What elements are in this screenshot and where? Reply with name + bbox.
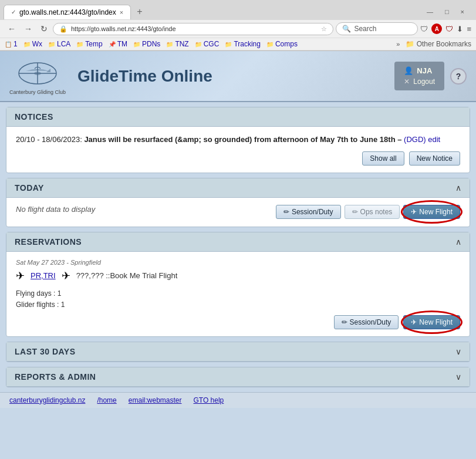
new-notice-button[interactable]: New Notice bbox=[409, 151, 460, 166]
bookmark-label: 1 bbox=[13, 40, 18, 48]
bookmark-tm[interactable]: 📌 TM bbox=[109, 40, 127, 48]
help-button[interactable]: ? bbox=[450, 68, 467, 85]
nav-bar: ← → ↻ 🔒 https://gto.walls.net.nz:4443/gt… bbox=[0, 20, 476, 38]
new-tab-button[interactable]: + bbox=[131, 4, 148, 20]
app-footer: canterburyglidingclub.nz /home email:web… bbox=[0, 392, 476, 408]
url-bar[interactable]: 🔒 https://gto.walls.net.nz:4443/gto/inde… bbox=[53, 23, 333, 35]
aircraft-icon: ✈ bbox=[16, 269, 25, 282]
reports-title: REPORTS & ADMIN bbox=[15, 372, 96, 382]
bookmark-label: Tracking bbox=[234, 40, 261, 48]
bookmark-1[interactable]: 📋 1 bbox=[5, 40, 18, 48]
window-controls: — □ × bbox=[418, 5, 472, 19]
close-icon: ✕ bbox=[404, 77, 410, 86]
forward-button[interactable]: → bbox=[21, 22, 35, 35]
bookmark-tracking[interactable]: 📁 Tracking bbox=[225, 40, 261, 48]
search-label: Search bbox=[354, 25, 376, 33]
bookmark-cgc[interactable]: 📁 CGC bbox=[195, 40, 220, 48]
other-bookmarks[interactable]: 📁 Other Bookmarks bbox=[406, 40, 471, 48]
tab-title: gto.walls.net.nz:4443/gto/index bbox=[19, 8, 116, 16]
today-section: TODAY ∧ No flight data to display ✏ Sess… bbox=[6, 178, 470, 227]
reports-section: REPORTS & ADMIN ∨ bbox=[6, 367, 470, 387]
flying-days: Flying days : 1 bbox=[16, 288, 460, 299]
last30days-header: LAST 30 DAYS ∨ bbox=[6, 342, 470, 362]
reports-toggle-button[interactable]: ∨ bbox=[455, 372, 461, 382]
bookmark-icon: 📋 bbox=[5, 41, 12, 48]
app-container: Canterbury Gliding Club GlideTime Online… bbox=[0, 51, 476, 408]
new-flight-button-res[interactable]: ✈ New Flight bbox=[403, 315, 460, 329]
bookmark-pdns[interactable]: 📁 PDNs bbox=[133, 40, 160, 48]
bookmark-label: PDNs bbox=[142, 40, 160, 48]
download-icon[interactable]: ⬇ bbox=[457, 25, 463, 33]
folder-icon: 📁 bbox=[266, 41, 274, 48]
tab-favicon: ✓ bbox=[11, 9, 16, 15]
logout-link[interactable]: Logout bbox=[413, 77, 435, 86]
notice-edit-link[interactable]: edit bbox=[428, 135, 440, 144]
glider-flights: Glider flights : 1 bbox=[16, 299, 460, 310]
notices-title: NOTICES bbox=[15, 112, 53, 122]
user-icon: 👤 bbox=[404, 66, 413, 75]
notice-text: 20/10 - 18/06/2023: Janus will be resurf… bbox=[16, 134, 460, 146]
notice-body: Janus will be resurfaced (&amp; so groun… bbox=[84, 135, 401, 144]
last30days-toggle-button[interactable]: ∨ bbox=[455, 347, 461, 356]
reservations-title: RESERVATIONS bbox=[15, 237, 82, 247]
bookmark-lca[interactable]: 📁 LCA bbox=[48, 40, 70, 48]
notices-header: NOTICES bbox=[6, 107, 470, 127]
notices-section: NOTICES 20/10 - 18/06/2023: Janus will b… bbox=[6, 107, 470, 173]
new-flight-highlight-res: ✈ New Flight bbox=[403, 315, 460, 329]
user-row: 👤 NJA bbox=[404, 66, 432, 75]
footer-link-home[interactable]: /home bbox=[97, 396, 116, 404]
glider-icon: ✈ bbox=[62, 269, 70, 282]
notice-dgd-link[interactable]: (DGD) bbox=[404, 135, 426, 144]
close-window-button[interactable]: × bbox=[457, 7, 468, 16]
new-flight-button-today[interactable]: ✈ New Flight bbox=[403, 205, 460, 219]
plane-icon: ✈ bbox=[411, 208, 417, 216]
bookmark-tnz[interactable]: 📁 TNZ bbox=[166, 40, 188, 48]
tab-bar: ✓ gto.walls.net.nz:4443/gto/index × + — … bbox=[0, 0, 476, 20]
reservations-section: RESERVATIONS ∧ Sat May 27 2023 - Springf… bbox=[6, 232, 470, 337]
folder-icon: 📁 bbox=[133, 41, 140, 48]
pencil-icon: ✏ bbox=[342, 318, 347, 326]
reservations-actions: ✏ Session/Duty ✈ New Flight bbox=[16, 315, 460, 329]
bookmark-comps[interactable]: 📁 Comps bbox=[266, 40, 298, 48]
reservations-body: Sat May 27 2023 - Springfield ✈ PR,TRI ✈… bbox=[6, 252, 470, 336]
session-duty-button-res[interactable]: ✏ Session/Duty bbox=[334, 315, 399, 329]
ops-notes-label: Ops notes bbox=[360, 208, 393, 216]
session-duty-label: Session/Duty bbox=[350, 318, 391, 326]
footer-link-cgc[interactable]: canterburyglidingclub.nz bbox=[9, 396, 85, 404]
menu-icon[interactable]: ≡ bbox=[467, 25, 471, 33]
footer-link-webmaster[interactable]: email:webmaster bbox=[129, 396, 182, 404]
extensions-icon[interactable]: 🛡 bbox=[445, 25, 453, 33]
tab-close-button[interactable]: × bbox=[120, 9, 123, 16]
aircraft-link[interactable]: PR,TRI bbox=[31, 271, 56, 280]
star-icon[interactable]: ☆ bbox=[321, 25, 327, 33]
no-flight-text: No flight data to display bbox=[16, 205, 95, 214]
folder-icon: 📁 bbox=[23, 41, 31, 48]
notice-actions: Show all New Notice bbox=[16, 151, 460, 166]
pin-icon: 📌 bbox=[109, 41, 116, 48]
user-panel: 👤 NJA ✕ Logout bbox=[394, 62, 444, 90]
footer-link-help[interactable]: GTO help bbox=[193, 396, 224, 404]
folder-icon: 📁 bbox=[166, 41, 173, 48]
ops-notes-button[interactable]: ✏ Ops notes bbox=[345, 205, 400, 219]
bookmark-wx[interactable]: 📁 Wx bbox=[23, 40, 42, 48]
app-header: Canterbury Gliding Club GlideTime Online… bbox=[0, 51, 476, 102]
active-tab[interactable]: ✓ gto.walls.net.nz:4443/gto/index × bbox=[4, 5, 131, 19]
maximize-button[interactable]: □ bbox=[441, 7, 453, 16]
reload-button[interactable]: ↻ bbox=[38, 22, 50, 35]
more-bookmarks-button[interactable]: » bbox=[396, 41, 400, 48]
today-toggle-button[interactable]: ∧ bbox=[455, 183, 461, 193]
today-actions: ✏ Session/Duty ✏ Ops notes ✈ New Flight bbox=[276, 205, 460, 219]
folder-icon: 📁 bbox=[195, 41, 202, 48]
bookmark-temp[interactable]: 📁 Temp bbox=[76, 40, 102, 48]
pencil-icon: ✏ bbox=[283, 208, 289, 216]
folder-icon: 📁 bbox=[225, 41, 232, 48]
back-button[interactable]: ← bbox=[5, 22, 19, 35]
show-all-button[interactable]: Show all bbox=[362, 151, 404, 166]
reservations-toggle-button[interactable]: ∧ bbox=[455, 237, 461, 247]
profile-icon[interactable]: A bbox=[431, 23, 442, 34]
username-link[interactable]: NJA bbox=[417, 66, 432, 75]
session-duty-button[interactable]: ✏ Session/Duty bbox=[276, 205, 341, 219]
minimize-button[interactable]: — bbox=[423, 7, 437, 16]
search-bar[interactable]: 🔍 Search bbox=[336, 22, 418, 35]
today-body: No flight data to display ✏ Session/Duty… bbox=[6, 198, 470, 227]
